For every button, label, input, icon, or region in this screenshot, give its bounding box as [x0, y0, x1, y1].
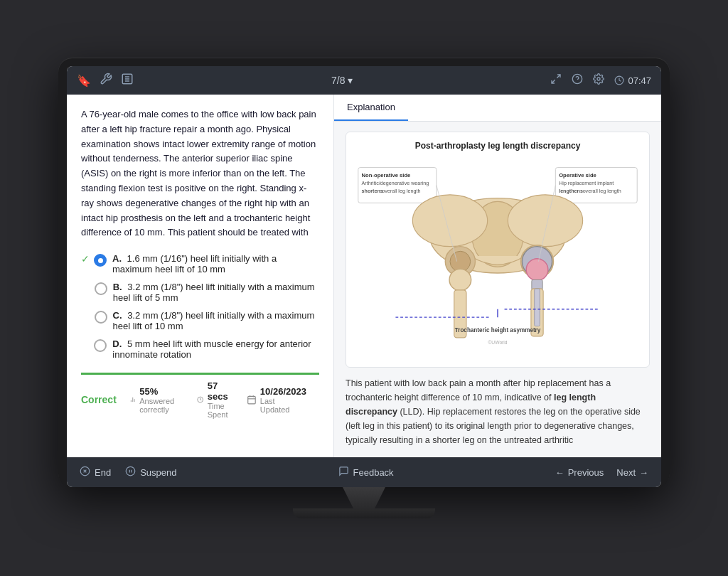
next-arrow-icon: →: [639, 467, 648, 478]
question-text: A 76-year-old male comes to the office w…: [81, 107, 319, 240]
feedback-button[interactable]: Feedback: [338, 466, 394, 479]
settings-icon[interactable]: [593, 73, 604, 87]
diagram-box: Post-arthroplasty leg length discrepancy…: [346, 132, 650, 368]
svg-line-5: [552, 80, 555, 83]
pelvis-diagram: Non-operative side Arthritic/degenerativ…: [355, 156, 641, 358]
svg-text:Arthritic/degenerative wearing: Arthritic/degenerative wearing: [362, 181, 429, 186]
svg-text:Hip replacement implant: Hip replacement implant: [559, 181, 614, 186]
correct-checkmark: ✓: [81, 253, 90, 265]
svg-text:©UWorld: ©UWorld: [488, 340, 507, 345]
status-bar: Correct 55% Answered correctly 57 secs: [81, 373, 319, 423]
previous-arrow-icon: ←: [555, 467, 564, 478]
svg-text:overall leg length: overall leg length: [583, 188, 621, 194]
svg-point-31: [508, 195, 582, 247]
svg-point-38: [526, 259, 548, 281]
bottom-toolbar: End Suspend Feedback: [67, 457, 661, 487]
nav-buttons: ← Previous Next →: [555, 467, 648, 478]
suspend-icon: [125, 466, 136, 479]
answer-options: ✓ A. 1.6 mm (1/16") heel lift initially …: [81, 253, 319, 360]
svg-text:Trochanteric height asymmetry: Trochanteric height asymmetry: [455, 327, 541, 334]
time-value: 57 secs: [208, 380, 234, 402]
svg-point-52: [126, 466, 135, 476]
stat-time: 57 secs Time Spent: [197, 380, 234, 419]
radio-b[interactable]: [95, 282, 107, 295]
date-label: Last Updated: [260, 397, 306, 414]
option-a[interactable]: ✓ A. 1.6 mm (1/16") heel lift initially …: [81, 253, 319, 274]
svg-line-4: [557, 75, 561, 78]
svg-text:Non-operative side: Non-operative side: [362, 172, 411, 178]
clock-icon: [197, 395, 203, 405]
tab-explanation[interactable]: Explanation: [334, 95, 408, 121]
date-value: 10/26/2023: [260, 386, 306, 397]
correct-label: Correct: [81, 394, 117, 405]
calendar-icon: [247, 395, 257, 405]
svg-text:overall leg length: overall leg length: [382, 188, 420, 194]
svg-point-8: [597, 78, 600, 80]
svg-rect-41: [535, 289, 540, 326]
svg-text:shortens: shortens: [362, 188, 383, 194]
chart-icon: [129, 395, 136, 405]
svg-text:Operative side: Operative side: [559, 172, 596, 178]
monitor-stand: [293, 487, 435, 518]
next-button[interactable]: Next →: [616, 467, 648, 478]
svg-rect-14: [248, 397, 255, 404]
tools-icon[interactable]: [100, 73, 112, 88]
option-c[interactable]: C. 3.2 mm (1/8") heel lift initially wit…: [81, 310, 319, 331]
svg-point-30: [412, 195, 487, 247]
explanation-panel: Post-arthroplasty leg length discrepancy…: [334, 122, 661, 457]
stat-date: 10/26/2023 Last Updated: [247, 386, 306, 414]
fullscreen-icon[interactable]: [550, 73, 562, 87]
help-icon[interactable]: [572, 73, 583, 87]
option-b[interactable]: B. 3.2 mm (1/8") heel lift initially wit…: [81, 282, 319, 303]
time-display: 07:47: [614, 75, 651, 86]
previous-button[interactable]: ← Previous: [555, 467, 604, 478]
percent-label: Answered correctly: [139, 397, 184, 414]
option-d[interactable]: D. 5 mm heel lift with muscle energy for…: [81, 338, 319, 360]
radio-a[interactable]: [94, 254, 107, 267]
diagram-title: Post-arthroplasty leg length discrepancy: [355, 141, 641, 151]
suspend-button[interactable]: Suspend: [125, 466, 176, 479]
tab-bar: Explanation: [334, 95, 661, 122]
feedback-icon: [338, 466, 349, 479]
time-label: Time Spent: [208, 402, 234, 419]
end-icon: [80, 466, 90, 479]
explanation-text: This patient with low back pain a month …: [346, 376, 650, 447]
progress-indicator[interactable]: 7/8 ▾: [331, 75, 353, 86]
radio-d[interactable]: [94, 339, 107, 352]
stat-percent: 55% Answered correctly: [129, 386, 185, 414]
bookmark-icon[interactable]: 🔖: [77, 74, 91, 87]
radio-c[interactable]: [95, 311, 107, 324]
list-icon[interactable]: [121, 73, 134, 88]
percent-value: 55%: [139, 386, 184, 397]
end-button[interactable]: End: [80, 466, 111, 479]
svg-text:lengthens: lengthens: [559, 188, 583, 194]
svg-point-34: [449, 269, 471, 291]
